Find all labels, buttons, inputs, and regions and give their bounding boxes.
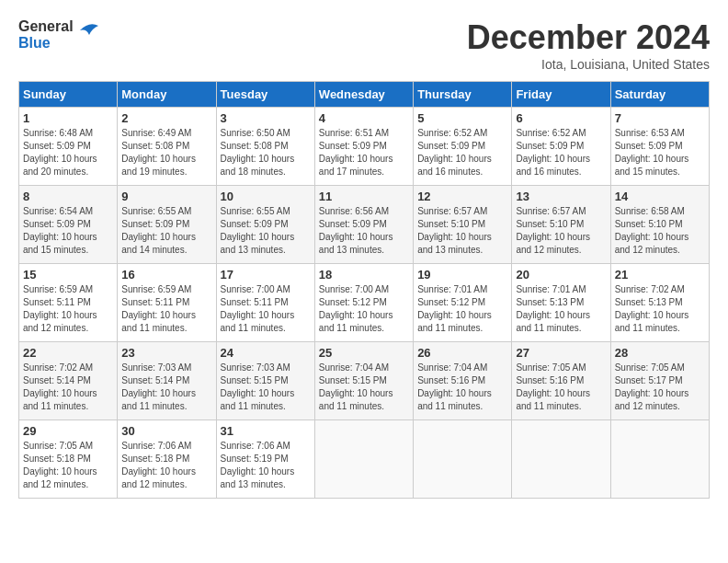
col-saturday: Saturday — [610, 82, 709, 108]
day-info: Sunrise: 6:57 AMSunset: 5:10 PMDaylight:… — [516, 206, 590, 255]
day-number: 8 — [23, 190, 113, 203]
day-info: Sunrise: 7:03 AMSunset: 5:15 PMDaylight:… — [221, 362, 295, 411]
table-row: 25Sunrise: 7:04 AMSunset: 5:15 PMDayligh… — [314, 342, 413, 420]
table-row: 16Sunrise: 6:59 AMSunset: 5:11 PMDayligh… — [118, 264, 216, 342]
table-row: 19Sunrise: 7:01 AMSunset: 5:12 PMDayligh… — [414, 264, 512, 342]
table-row: 4Sunrise: 6:51 AMSunset: 5:09 PMDaylight… — [314, 108, 413, 186]
table-row: 7Sunrise: 6:53 AMSunset: 5:09 PMDaylight… — [610, 108, 709, 186]
table-row: 30Sunrise: 7:06 AMSunset: 5:18 PMDayligh… — [118, 420, 216, 499]
table-row: 29Sunrise: 7:05 AMSunset: 5:18 PMDayligh… — [19, 420, 118, 499]
day-info: Sunrise: 6:56 AMSunset: 5:09 PMDaylight:… — [319, 206, 393, 255]
day-number: 26 — [417, 346, 507, 360]
calendar-week-row: 8Sunrise: 6:54 AMSunset: 5:09 PMDaylight… — [19, 186, 710, 264]
day-info: Sunrise: 7:06 AMSunset: 5:19 PMDaylight:… — [221, 441, 295, 489]
day-info: Sunrise: 7:02 AMSunset: 5:14 PMDaylight:… — [23, 362, 97, 411]
day-info: Sunrise: 6:53 AMSunset: 5:09 PMDaylight:… — [615, 128, 689, 177]
day-info: Sunrise: 6:51 AMSunset: 5:09 PMDaylight:… — [319, 128, 393, 177]
day-info: Sunrise: 6:54 AMSunset: 5:09 PMDaylight:… — [23, 206, 97, 255]
table-row: 20Sunrise: 7:01 AMSunset: 5:13 PMDayligh… — [512, 264, 610, 342]
day-info: Sunrise: 7:06 AMSunset: 5:18 PMDaylight:… — [121, 441, 196, 489]
day-info: Sunrise: 7:04 AMSunset: 5:15 PMDaylight:… — [319, 362, 393, 411]
day-number: 27 — [516, 346, 606, 360]
day-number: 30 — [121, 424, 211, 438]
day-number: 25 — [319, 346, 409, 360]
day-info: Sunrise: 7:02 AMSunset: 5:13 PMDaylight:… — [615, 284, 689, 333]
logo-general: General — [18, 18, 74, 35]
table-row: 5Sunrise: 6:52 AMSunset: 5:09 PMDaylight… — [414, 108, 512, 186]
day-info: Sunrise: 6:59 AMSunset: 5:11 PMDaylight:… — [121, 284, 196, 333]
day-number: 4 — [319, 111, 409, 125]
table-row: 2Sunrise: 6:49 AMSunset: 5:08 PMDaylight… — [118, 108, 216, 186]
day-number: 17 — [221, 268, 311, 282]
col-friday: Friday — [512, 82, 610, 108]
table-row: 10Sunrise: 6:55 AMSunset: 5:09 PMDayligh… — [216, 186, 314, 264]
day-info: Sunrise: 6:50 AMSunset: 5:08 PMDaylight:… — [221, 128, 295, 177]
col-wednesday: Wednesday — [314, 82, 413, 108]
calendar-week-row: 1Sunrise: 6:48 AMSunset: 5:09 PMDaylight… — [19, 108, 710, 186]
table-row: 6Sunrise: 6:52 AMSunset: 5:09 PMDaylight… — [512, 108, 610, 186]
day-info: Sunrise: 6:55 AMSunset: 5:09 PMDaylight:… — [121, 206, 196, 255]
day-info: Sunrise: 6:59 AMSunset: 5:11 PMDaylight:… — [23, 284, 97, 333]
calendar-subtitle: Iota, Louisiana, United States — [467, 57, 710, 72]
table-row: 17Sunrise: 7:00 AMSunset: 5:11 PMDayligh… — [216, 264, 314, 342]
day-number: 24 — [221, 346, 311, 360]
day-number: 22 — [23, 346, 113, 360]
calendar-week-row: 29Sunrise: 7:05 AMSunset: 5:18 PMDayligh… — [19, 420, 710, 499]
day-number: 28 — [615, 346, 705, 360]
day-info: Sunrise: 7:01 AMSunset: 5:13 PMDaylight:… — [516, 284, 590, 333]
table-row — [414, 420, 512, 499]
day-number: 1 — [23, 111, 113, 125]
calendar-week-row: 22Sunrise: 7:02 AMSunset: 5:14 PMDayligh… — [19, 342, 710, 420]
table-row: 1Sunrise: 6:48 AMSunset: 5:09 PMDaylight… — [19, 108, 118, 186]
day-info: Sunrise: 7:00 AMSunset: 5:12 PMDaylight:… — [319, 284, 393, 333]
day-info: Sunrise: 7:04 AMSunset: 5:16 PMDaylight:… — [417, 362, 492, 411]
calendar-table: Sunday Monday Tuesday Wednesday Thursday… — [18, 81, 710, 499]
day-info: Sunrise: 6:52 AMSunset: 5:09 PMDaylight:… — [516, 128, 590, 177]
day-number: 31 — [221, 424, 311, 438]
day-number: 3 — [221, 111, 311, 125]
table-row — [512, 420, 610, 499]
table-row: 24Sunrise: 7:03 AMSunset: 5:15 PMDayligh… — [216, 342, 314, 420]
day-info: Sunrise: 6:57 AMSunset: 5:10 PMDaylight:… — [417, 206, 492, 255]
day-number: 16 — [121, 268, 211, 282]
day-info: Sunrise: 7:05 AMSunset: 5:17 PMDaylight:… — [615, 362, 689, 411]
day-number: 9 — [121, 190, 211, 203]
day-info: Sunrise: 6:52 AMSunset: 5:09 PMDaylight:… — [417, 128, 492, 177]
day-number: 23 — [121, 346, 211, 360]
day-number: 12 — [417, 190, 507, 203]
table-row: 15Sunrise: 6:59 AMSunset: 5:11 PMDayligh… — [19, 264, 118, 342]
day-number: 7 — [615, 111, 705, 125]
table-row: 31Sunrise: 7:06 AMSunset: 5:19 PMDayligh… — [216, 420, 314, 499]
col-sunday: Sunday — [19, 82, 118, 108]
table-row: 13Sunrise: 6:57 AMSunset: 5:10 PMDayligh… — [512, 186, 610, 264]
day-number: 2 — [121, 111, 211, 125]
day-info: Sunrise: 7:01 AMSunset: 5:12 PMDaylight:… — [417, 284, 492, 333]
title-area: December 2024 Iota, Louisiana, United St… — [467, 18, 710, 72]
table-row: 26Sunrise: 7:04 AMSunset: 5:16 PMDayligh… — [414, 342, 512, 420]
table-row: 3Sunrise: 6:50 AMSunset: 5:08 PMDaylight… — [216, 108, 314, 186]
col-tuesday: Tuesday — [216, 82, 314, 108]
calendar-week-row: 15Sunrise: 6:59 AMSunset: 5:11 PMDayligh… — [19, 264, 710, 342]
table-row: 21Sunrise: 7:02 AMSunset: 5:13 PMDayligh… — [610, 264, 709, 342]
day-number: 19 — [417, 268, 507, 282]
col-monday: Monday — [118, 82, 216, 108]
day-number: 10 — [221, 190, 311, 203]
table-row: 18Sunrise: 7:00 AMSunset: 5:12 PMDayligh… — [314, 264, 413, 342]
table-row — [314, 420, 413, 499]
day-number: 11 — [319, 190, 409, 203]
day-info: Sunrise: 6:58 AMSunset: 5:10 PMDaylight:… — [615, 206, 689, 255]
col-thursday: Thursday — [414, 82, 512, 108]
day-number: 13 — [516, 190, 606, 203]
day-number: 14 — [615, 190, 705, 203]
table-row — [610, 420, 709, 499]
day-number: 15 — [23, 268, 113, 282]
day-info: Sunrise: 6:48 AMSunset: 5:09 PMDaylight:… — [23, 128, 97, 177]
logo: General Blue — [18, 18, 98, 51]
page-header: General Blue December 2024 Iota, Louisia… — [18, 18, 710, 72]
day-info: Sunrise: 7:03 AMSunset: 5:14 PMDaylight:… — [121, 362, 196, 411]
table-row: 12Sunrise: 6:57 AMSunset: 5:10 PMDayligh… — [414, 186, 512, 264]
day-info: Sunrise: 7:00 AMSunset: 5:11 PMDaylight:… — [221, 284, 295, 333]
table-row: 14Sunrise: 6:58 AMSunset: 5:10 PMDayligh… — [610, 186, 709, 264]
calendar-title: December 2024 — [467, 18, 710, 57]
day-number: 29 — [23, 424, 113, 438]
